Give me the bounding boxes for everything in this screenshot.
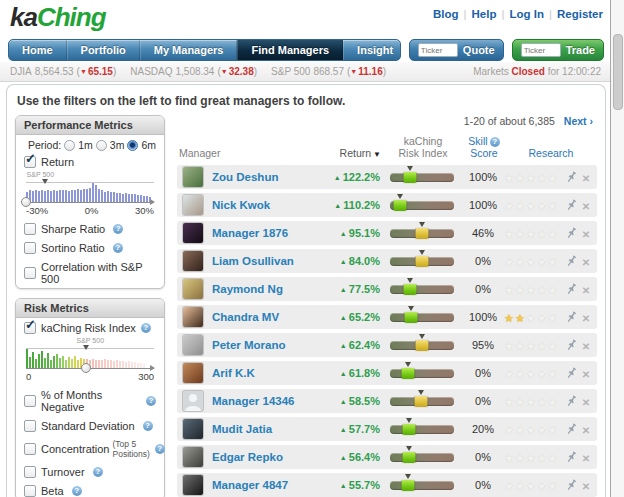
star-icon[interactable] (515, 448, 526, 466)
manager-name-link[interactable]: Chandra MV (212, 311, 322, 323)
remove-icon[interactable] (579, 308, 593, 326)
star-rating[interactable] (504, 308, 564, 326)
star-icon[interactable] (515, 280, 526, 298)
trade-ticker-input[interactable] (521, 43, 561, 57)
star-icon[interactable] (515, 364, 526, 382)
star-icon[interactable] (526, 196, 537, 214)
help-icon[interactable] (113, 224, 123, 234)
star-icon[interactable] (537, 476, 548, 494)
remove-icon[interactable] (579, 448, 593, 466)
account-link[interactable]: Blog (433, 8, 459, 20)
return-slider-handle[interactable] (21, 197, 31, 207)
filter-checkbox[interactable] (24, 267, 36, 279)
filter-checkbox[interactable] (24, 223, 36, 235)
pin-icon[interactable] (564, 395, 579, 407)
star-rating[interactable] (504, 280, 564, 298)
column-research[interactable]: Research (505, 147, 597, 159)
star-icon[interactable] (537, 364, 548, 382)
star-icon[interactable] (537, 196, 548, 214)
star-icon[interactable] (548, 168, 559, 186)
help-icon[interactable] (143, 421, 153, 431)
star-icon[interactable] (526, 224, 537, 242)
manager-name-link[interactable]: Manager 1876 (212, 227, 322, 239)
remove-icon[interactable] (579, 252, 593, 270)
star-icon[interactable] (526, 280, 537, 298)
star-rating[interactable] (504, 392, 564, 410)
remove-icon[interactable] (579, 392, 593, 410)
star-icon[interactable] (537, 252, 548, 270)
return-checkbox[interactable] (24, 156, 36, 168)
nav-item[interactable]: Home (9, 40, 67, 60)
star-icon[interactable] (548, 308, 559, 326)
manager-avatar[interactable] (183, 167, 203, 187)
star-icon[interactable] (504, 280, 515, 298)
star-icon[interactable] (504, 336, 515, 354)
period-radio[interactable] (64, 140, 75, 151)
star-icon[interactable] (548, 280, 559, 298)
star-icon[interactable] (548, 448, 559, 466)
star-icon[interactable] (504, 476, 515, 494)
star-icon[interactable] (526, 336, 537, 354)
column-skill-score[interactable]: SkillScore (463, 135, 505, 159)
manager-avatar[interactable] (183, 447, 203, 467)
pin-icon[interactable] (564, 227, 579, 239)
star-icon[interactable] (515, 196, 526, 214)
star-icon[interactable] (504, 168, 515, 186)
star-icon[interactable] (515, 420, 526, 438)
help-icon[interactable] (72, 486, 82, 496)
manager-avatar[interactable] (183, 279, 203, 299)
star-icon[interactable] (515, 336, 526, 354)
manager-name-link[interactable]: Liam Osullivan (212, 255, 322, 267)
nav-item[interactable]: Insight (343, 40, 401, 60)
manager-name-link[interactable]: Manager 14346 (212, 395, 322, 407)
nav-item[interactable]: Portfolio (67, 40, 140, 60)
star-icon[interactable] (537, 280, 548, 298)
star-icon[interactable] (504, 196, 515, 214)
manager-avatar[interactable] (183, 391, 203, 411)
remove-icon[interactable] (579, 364, 593, 382)
column-return-sort[interactable]: Return (323, 147, 381, 159)
star-rating[interactable] (504, 196, 564, 214)
manager-avatar[interactable] (183, 419, 203, 439)
help-icon[interactable] (490, 137, 500, 147)
star-icon[interactable] (504, 420, 515, 438)
remove-icon[interactable] (579, 476, 593, 494)
star-icon[interactable] (548, 420, 559, 438)
risk-slider-handle[interactable] (81, 363, 91, 373)
manager-avatar[interactable] (183, 475, 203, 495)
star-icon[interactable] (504, 308, 515, 326)
star-icon[interactable] (515, 476, 526, 494)
star-icon[interactable] (548, 476, 559, 494)
star-icon[interactable] (504, 224, 515, 242)
star-rating[interactable] (504, 336, 564, 354)
star-rating[interactable] (504, 224, 564, 242)
filter-checkbox[interactable] (24, 395, 36, 407)
pin-icon[interactable] (564, 367, 579, 379)
pin-icon[interactable] (564, 255, 579, 267)
star-icon[interactable] (537, 392, 548, 410)
remove-icon[interactable] (579, 224, 593, 242)
pin-icon[interactable] (564, 311, 579, 323)
account-link[interactable]: Log In (496, 8, 544, 20)
manager-name-link[interactable]: Edgar Repko (212, 451, 322, 463)
star-icon[interactable] (537, 448, 548, 466)
star-icon[interactable] (537, 168, 548, 186)
star-icon[interactable] (548, 364, 559, 382)
star-icon[interactable] (504, 364, 515, 382)
filter-checkbox[interactable] (24, 485, 36, 497)
scrollbar-thumb[interactable] (613, 34, 623, 110)
pin-icon[interactable] (564, 283, 579, 295)
manager-name-link[interactable]: Nick Kwok (212, 199, 322, 211)
star-icon[interactable] (526, 308, 537, 326)
star-icon[interactable] (537, 336, 548, 354)
star-icon[interactable] (515, 224, 526, 242)
manager-avatar[interactable] (183, 195, 203, 215)
period-radio[interactable] (96, 140, 107, 151)
star-icon[interactable] (526, 476, 537, 494)
star-icon[interactable] (526, 448, 537, 466)
star-icon[interactable] (526, 168, 537, 186)
manager-name-link[interactable]: Manager 4847 (212, 479, 322, 491)
star-icon[interactable] (504, 392, 515, 410)
period-radio[interactable] (127, 140, 138, 151)
star-icon[interactable] (515, 308, 526, 326)
